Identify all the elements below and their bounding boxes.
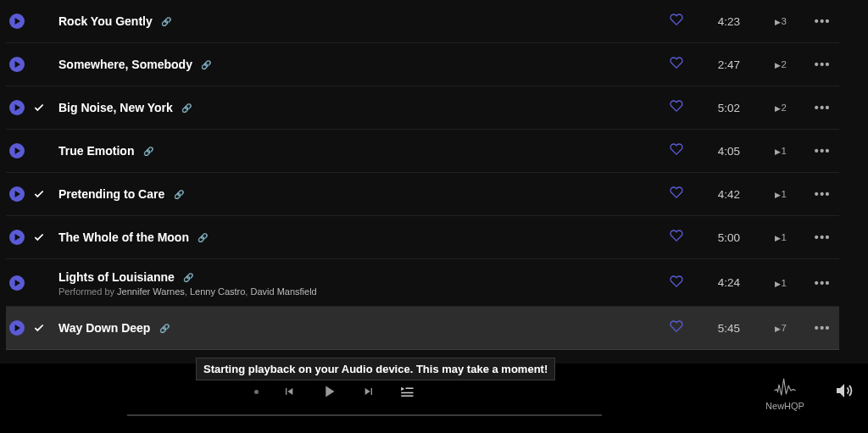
skip-next-icon (362, 385, 376, 398)
title-column: True Emotion 🔗 (53, 143, 659, 158)
svg-marker-1 (15, 61, 20, 68)
track-title[interactable]: True Emotion (58, 144, 134, 158)
playbar: Starting playback on your Audio device. … (0, 364, 868, 433)
title-column: The Whole of the Moon 🔗 (53, 230, 659, 245)
link-icon[interactable]: 🔗 (174, 190, 184, 199)
svg-rect-10 (401, 392, 413, 394)
track-title[interactable]: Big Noise, New York (58, 101, 173, 114)
play-count: ▶3 (740, 16, 787, 26)
link-icon[interactable]: 🔗 (161, 17, 171, 26)
track-title[interactable]: The Whole of the Moon (58, 230, 189, 244)
queue-button[interactable] (399, 386, 415, 397)
play-button[interactable] (9, 100, 25, 115)
track-row[interactable]: Big Noise, New York 🔗 5:02 ▶2 ••• (6, 86, 839, 130)
favorite-button[interactable] (659, 56, 693, 73)
check-column (25, 188, 53, 200)
track-duration: 5:00 (693, 231, 740, 244)
play-count: ▶2 (740, 103, 787, 113)
status-dot-icon (254, 390, 259, 394)
svg-rect-11 (401, 396, 413, 397)
play-icon (14, 191, 20, 197)
progress-bar[interactable] (127, 414, 602, 416)
more-button[interactable]: ••• (787, 187, 831, 201)
check-icon (33, 231, 45, 243)
track-row[interactable]: Lights of Louisianne 🔗 Performed by Jenn… (6, 259, 839, 307)
svg-marker-6 (15, 280, 20, 286)
more-button[interactable]: ••• (787, 276, 831, 290)
play-icon (14, 61, 20, 68)
favorite-button[interactable] (659, 13, 693, 30)
play-pause-button[interactable] (320, 382, 338, 401)
title-column: Pretending to Care 🔗 (53, 186, 659, 202)
svg-marker-3 (15, 147, 20, 154)
play-button[interactable] (9, 230, 25, 245)
performer[interactable]: Lenny Castro (190, 286, 245, 297)
track-title[interactable]: Somewhere, Somebody (58, 58, 192, 71)
play-icon (14, 18, 20, 25)
volume-button[interactable] (834, 380, 854, 404)
track-title[interactable]: Way Down Deep (58, 321, 150, 335)
svg-marker-12 (837, 384, 844, 397)
output-device-button[interactable]: NewHQP (760, 375, 810, 411)
track-title[interactable]: Pretending to Care (58, 187, 164, 201)
more-button[interactable]: ••• (787, 144, 831, 158)
check-column (25, 102, 53, 114)
link-icon[interactable]: 🔗 (201, 60, 211, 69)
play-button[interactable] (9, 275, 25, 291)
track-row[interactable]: The Whole of the Moon 🔗 5:00 ▶1 ••• (6, 216, 839, 259)
queue-icon (399, 386, 415, 397)
performers-line: Performed by Jennifer Warnes, Lenny Cast… (58, 286, 659, 297)
track-row[interactable]: True Emotion 🔗 4:05 ▶1 ••• (6, 130, 839, 173)
check-icon (33, 188, 45, 200)
play-button[interactable] (9, 14, 25, 29)
more-button[interactable]: ••• (787, 101, 831, 114)
more-button[interactable]: ••• (787, 321, 831, 335)
track-title[interactable]: Lights of Louisianne (58, 270, 175, 284)
heart-icon (670, 99, 683, 113)
track-list: Rock You Gently 🔗 4:23 ▶3 ••• Somewhere,… (6, 0, 839, 393)
track-row[interactable]: Way Down Deep 🔗 5:45 ▶7 ••• (6, 307, 839, 350)
track-title[interactable]: Rock You Gently (58, 14, 153, 28)
favorite-button[interactable] (659, 275, 693, 291)
link-icon[interactable]: 🔗 (143, 147, 153, 156)
play-icon (14, 325, 20, 331)
playback-tooltip: Starting playback on your Audio device. … (196, 358, 555, 380)
heart-icon (670, 275, 683, 288)
more-button[interactable]: ••• (787, 230, 831, 244)
favorite-button[interactable] (659, 186, 693, 203)
favorite-button[interactable] (659, 229, 693, 246)
next-button[interactable] (362, 385, 376, 398)
track-duration: 4:42 (693, 188, 740, 201)
performer[interactable]: David Mansfield (250, 286, 316, 297)
more-button[interactable]: ••• (787, 14, 831, 28)
title-column: Way Down Deep 🔗 (53, 320, 659, 336)
favorite-button[interactable] (659, 99, 693, 116)
svg-marker-0 (15, 18, 20, 25)
title-column: Lights of Louisianne 🔗 Performed by Jenn… (53, 269, 659, 297)
performer[interactable]: Jennifer Warnes (117, 286, 185, 297)
play-button[interactable] (9, 143, 25, 158)
link-icon[interactable]: 🔗 (159, 324, 170, 333)
link-icon[interactable]: 🔗 (181, 103, 192, 113)
play-button[interactable] (9, 57, 25, 72)
play-icon (14, 280, 20, 286)
track-row[interactable]: Rock You Gently 🔗 4:23 ▶3 ••• (6, 0, 839, 43)
play-count: ▶1 (740, 189, 787, 199)
favorite-button[interactable] (659, 319, 693, 336)
title-column: Big Noise, New York 🔗 (53, 100, 659, 115)
play-count: ▶1 (740, 232, 787, 242)
link-icon[interactable]: 🔗 (183, 273, 193, 282)
favorite-button[interactable] (659, 142, 693, 159)
play-icon (14, 234, 20, 241)
svg-marker-5 (15, 234, 20, 241)
track-row[interactable]: Pretending to Care 🔗 4:42 ▶1 ••• (6, 173, 839, 216)
play-button[interactable] (9, 320, 25, 336)
track-row[interactable]: Somewhere, Somebody 🔗 2:47 ▶2 ••• (6, 43, 839, 86)
device-label: NewHQP (760, 401, 810, 411)
link-icon[interactable]: 🔗 (198, 233, 208, 242)
play-button[interactable] (9, 186, 25, 202)
previous-button[interactable] (282, 385, 296, 398)
track-duration: 5:02 (693, 102, 740, 114)
more-button[interactable]: ••• (787, 58, 831, 71)
play-count: ▶7 (740, 323, 787, 333)
